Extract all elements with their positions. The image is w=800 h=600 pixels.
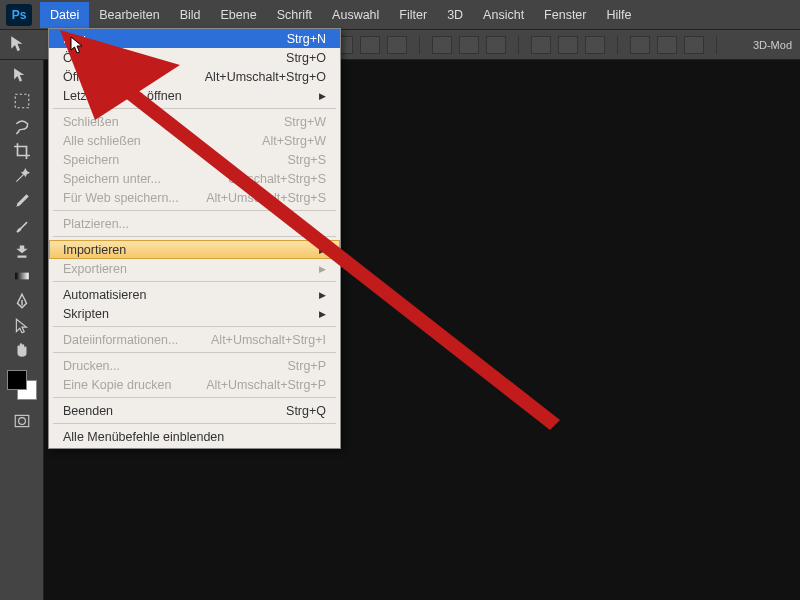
menu-item-label: Platzieren...	[63, 217, 129, 231]
menu-item-shortcut: Alt+Strg+W	[262, 134, 326, 148]
menu-bearbeiten[interactable]: Bearbeiten	[89, 2, 169, 28]
clone-tool-icon[interactable]	[8, 239, 36, 263]
menu-item-alle-menübefehle-einblenden[interactable]: Alle Menübefehle einblenden	[49, 427, 340, 446]
menu-fenster[interactable]: Fenster	[534, 2, 596, 28]
align-group	[430, 36, 519, 54]
menu-item-label: Speichern unter...	[63, 172, 161, 186]
distribute-button[interactable]	[585, 36, 605, 54]
gradient-tool-icon[interactable]	[8, 264, 36, 288]
menu-item-shortcut: Alt+Umschalt+Strg+O	[205, 70, 326, 84]
menu-item-shortcut: Alt+Umschalt+Strg+I	[211, 333, 326, 347]
menu-3d[interactable]: 3D	[437, 2, 473, 28]
distribute-button[interactable]	[531, 36, 551, 54]
foreground-color-swatch[interactable]	[7, 370, 27, 390]
menu-separator	[53, 236, 336, 237]
path-select-tool-icon[interactable]	[8, 314, 36, 338]
menu-item-label: Alle Menübefehle einblenden	[63, 430, 224, 444]
align-group	[331, 36, 420, 54]
magic-wand-tool-icon[interactable]	[8, 164, 36, 188]
quick-mask-icon[interactable]	[8, 409, 36, 433]
menu-item-shortcut: Strg+S	[287, 153, 326, 167]
menu-item-beenden[interactable]: BeendenStrg+Q	[49, 401, 340, 420]
menu-item-label: Öffnen...	[63, 51, 111, 65]
menu-datei[interactable]: Datei	[40, 2, 89, 28]
hand-tool-icon[interactable]	[8, 339, 36, 363]
brush-tool-icon[interactable]	[8, 214, 36, 238]
menu-item-platzieren: Platzieren...	[49, 214, 340, 233]
align-button[interactable]	[432, 36, 452, 54]
lasso-tool-icon[interactable]	[8, 114, 36, 138]
menu-item-label: Importieren	[63, 243, 126, 257]
mode-3d-label[interactable]: 3D-Mod	[753, 39, 792, 51]
align-button[interactable]	[459, 36, 479, 54]
submenu-arrow-icon: ▶	[319, 245, 326, 255]
menu-schrift[interactable]: Schrift	[267, 2, 322, 28]
menu-item-skripten[interactable]: Skripten▶	[49, 304, 340, 323]
menu-item-label: Exportieren	[63, 262, 127, 276]
menu-separator	[53, 397, 336, 398]
menu-ansicht[interactable]: Ansicht	[473, 2, 534, 28]
svg-rect-0	[15, 94, 29, 108]
menu-item-label: Skripten	[63, 307, 109, 321]
align-button[interactable]	[360, 36, 380, 54]
menu-separator	[53, 281, 336, 282]
menu-item-shortcut: Strg+N	[287, 32, 326, 46]
menu-item-shortcut: Alt+Umschalt+Strg+P	[206, 378, 326, 392]
svg-rect-1	[15, 273, 29, 280]
align-button[interactable]	[486, 36, 506, 54]
menu-separator	[53, 352, 336, 353]
menu-item-für-web-speichern: Für Web speichern...Alt+Umschalt+Strg+S	[49, 188, 340, 207]
menu-item-exportieren: Exportieren▶	[49, 259, 340, 278]
menu-item-label: Automatisieren	[63, 288, 146, 302]
menu-item-shortcut: Alt+Umschalt+Strg+S	[206, 191, 326, 205]
marquee-tool-icon[interactable]	[8, 89, 36, 113]
move-tool-icon[interactable]	[8, 64, 36, 88]
svg-point-3	[18, 418, 25, 425]
menu-item-label: Für Web speichern...	[63, 191, 179, 205]
menu-item-speichern-unter: Speichern unter...Umschalt+Strg+S	[49, 169, 340, 188]
distribute-button[interactable]	[630, 36, 650, 54]
menu-item-shortcut: Strg+W	[284, 115, 326, 129]
distribute-group	[529, 36, 618, 54]
menu-item-label: Beenden	[63, 404, 113, 418]
distribute-button[interactable]	[684, 36, 704, 54]
menu-filter[interactable]: Filter	[389, 2, 437, 28]
menu-item-shortcut: Strg+Q	[286, 404, 326, 418]
menu-item-schließen: SchließenStrg+W	[49, 112, 340, 131]
menu-item-dateiinformationen: Dateiinformationen...Alt+Umschalt+Strg+I	[49, 330, 340, 349]
menu-auswahl[interactable]: Auswahl	[322, 2, 389, 28]
menu-separator	[53, 108, 336, 109]
tool-bar	[0, 60, 44, 600]
menu-item-shortcut: Strg+O	[286, 51, 326, 65]
menu-item-importieren[interactable]: Importieren▶	[49, 240, 340, 259]
menu-item-drucken: Drucken...Strg+P	[49, 356, 340, 375]
menu-bild[interactable]: Bild	[170, 2, 211, 28]
align-button[interactable]	[387, 36, 407, 54]
menu-item-label: Neu...	[63, 32, 96, 46]
menu-bar: Ps DateiBearbeitenBildEbeneSchriftAuswah…	[0, 0, 800, 30]
menu-item-label: Dateiinformationen...	[63, 333, 178, 347]
menu-item-shortcut: Strg+P	[287, 359, 326, 373]
menu-item-eine-kopie-drucken: Eine Kopie druckenAlt+Umschalt+Strg+P	[49, 375, 340, 394]
distribute-button[interactable]	[558, 36, 578, 54]
color-swatches[interactable]	[7, 370, 37, 400]
menu-item-öffnen-als[interactable]: Öffnen als...Alt+Umschalt+Strg+O	[49, 67, 340, 86]
submenu-arrow-icon: ▶	[319, 91, 326, 101]
menu-item-letzte-dateien-öffnen[interactable]: Letzte Dateien öffnen▶	[49, 86, 340, 105]
menu-item-öffnen[interactable]: Öffnen...Strg+O	[49, 48, 340, 67]
distribute-button[interactable]	[657, 36, 677, 54]
menu-item-label: Eine Kopie drucken	[63, 378, 171, 392]
menu-hilfe[interactable]: Hilfe	[597, 2, 642, 28]
crop-tool-icon[interactable]	[8, 139, 36, 163]
menu-ebene[interactable]: Ebene	[211, 2, 267, 28]
menu-item-automatisieren[interactable]: Automatisieren▶	[49, 285, 340, 304]
menu-item-label: Schließen	[63, 115, 119, 129]
submenu-arrow-icon: ▶	[319, 309, 326, 319]
menu-item-label: Speichern	[63, 153, 119, 167]
menu-item-neu[interactable]: Neu...Strg+N	[49, 29, 340, 48]
eyedropper-tool-icon[interactable]	[8, 189, 36, 213]
move-tool-icon	[10, 35, 30, 55]
pen-tool-icon[interactable]	[8, 289, 36, 313]
menu-separator	[53, 210, 336, 211]
menu-separator	[53, 326, 336, 327]
